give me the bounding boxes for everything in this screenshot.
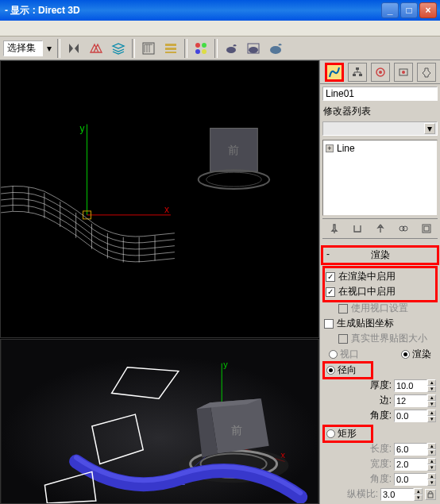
main-toolbar: 选择集 ▾ xyxy=(0,37,440,60)
render-radio[interactable] xyxy=(401,350,410,359)
svg-text:前: 前 xyxy=(231,424,242,437)
spinner-up-icon[interactable]: ▴ xyxy=(427,379,436,386)
remove-modifier-icon[interactable] xyxy=(395,220,412,237)
align-icon[interactable] xyxy=(86,38,106,59)
aspect-input[interactable] xyxy=(380,488,414,501)
enable-in-render-checkbox[interactable]: ✓ xyxy=(326,272,335,282)
dropdown-arrow-icon[interactable]: ▾ xyxy=(44,43,54,54)
collapse-icon: - xyxy=(326,248,330,260)
mirror-icon[interactable] xyxy=(64,38,84,59)
svg-point-50 xyxy=(403,226,407,231)
viewports: y x 前 xyxy=(0,60,319,504)
spinner-up-icon[interactable]: ▴ xyxy=(427,473,436,479)
svg-point-8 xyxy=(226,47,236,53)
render-frame-icon[interactable] xyxy=(243,38,264,59)
thickness-input[interactable] xyxy=(394,379,427,392)
stack-item-line[interactable]: + Line xyxy=(325,142,435,155)
minimize-button[interactable]: _ xyxy=(381,2,399,18)
radial-label: 径向 xyxy=(338,364,357,377)
real-world-map-checkbox[interactable] xyxy=(338,334,348,344)
modifier-stack[interactable]: + Line xyxy=(322,140,438,216)
svg-rect-1 xyxy=(165,44,176,46)
quick-render-icon[interactable] xyxy=(265,38,286,59)
close-button[interactable]: × xyxy=(419,2,437,18)
hierarchy-tab-icon[interactable] xyxy=(348,63,367,82)
spinner-down-icon[interactable]: ▾ xyxy=(427,464,436,471)
sides-label: 边: xyxy=(380,394,392,407)
viewport-perspective[interactable]: y x z 前 xyxy=(0,339,319,504)
enable-in-viewport-checkbox[interactable]: ✓ xyxy=(326,287,335,297)
svg-point-7 xyxy=(202,49,206,54)
svg-text:y: y xyxy=(223,360,228,369)
svg-point-20 xyxy=(206,172,262,187)
radial-radio[interactable] xyxy=(326,366,335,375)
render-rollout-header[interactable]: - 渲染 xyxy=(322,247,438,264)
pin-stack-icon[interactable] xyxy=(326,220,343,237)
utilities-tab-icon[interactable] xyxy=(417,63,436,82)
generate-mapping-label: 生成贴图坐标 xyxy=(337,317,394,330)
spinner-down-icon[interactable]: ▾ xyxy=(427,479,436,486)
schematic-view-icon[interactable] xyxy=(160,38,181,59)
render-setup-icon[interactable] xyxy=(221,38,241,59)
width-label: 宽度: xyxy=(370,457,392,471)
svg-text:y: y xyxy=(80,123,85,134)
real-world-map-label: 真实世界贴图大小 xyxy=(351,332,427,345)
spinner-up-icon[interactable]: ▴ xyxy=(427,394,436,401)
render-rollout-title: 渲染 xyxy=(371,249,390,260)
spinner-up-icon[interactable]: ▴ xyxy=(427,458,436,464)
rectangular-label: 矩形 xyxy=(338,427,357,441)
expand-icon[interactable]: + xyxy=(326,144,334,152)
show-result-icon[interactable] xyxy=(349,220,366,237)
rectangular-radio[interactable] xyxy=(326,429,335,438)
svg-point-48 xyxy=(402,71,405,74)
lock-aspect-icon[interactable] xyxy=(425,489,436,500)
material-editor-icon[interactable] xyxy=(191,38,211,59)
sides-input[interactable] xyxy=(394,394,427,407)
curve-editor-icon[interactable] xyxy=(138,38,159,59)
configure-sets-icon[interactable] xyxy=(418,220,435,237)
spinner-down-icon[interactable]: ▾ xyxy=(427,416,436,422)
spinner-up-icon[interactable]: ▴ xyxy=(427,443,436,449)
viewport-radio[interactable] xyxy=(329,350,338,359)
modify-tab-icon[interactable] xyxy=(325,63,344,82)
svg-text:前: 前 xyxy=(228,144,239,156)
menubar xyxy=(0,21,440,37)
display-tab-icon[interactable] xyxy=(394,63,413,82)
svg-rect-42 xyxy=(356,67,359,70)
svg-rect-44 xyxy=(359,74,362,76)
layers-icon[interactable] xyxy=(108,38,129,59)
svg-point-9 xyxy=(249,47,258,53)
spinner-down-icon[interactable]: ▾ xyxy=(427,449,436,456)
make-unique-icon[interactable] xyxy=(372,220,389,237)
length-input[interactable] xyxy=(394,443,427,456)
angle-input[interactable] xyxy=(394,410,427,422)
maximize-button[interactable]: □ xyxy=(400,2,418,18)
aspect-label: 纵横比: xyxy=(347,487,378,501)
rect-angle-input[interactable] xyxy=(394,473,427,486)
generate-mapping-checkbox[interactable] xyxy=(324,319,334,329)
viewport-radio-label: 视口 xyxy=(340,348,359,361)
viewport-top[interactable]: y x 前 xyxy=(0,60,319,338)
motion-tab-icon[interactable] xyxy=(371,63,390,82)
width-input[interactable] xyxy=(394,458,427,471)
modifier-list-dropdown[interactable]: ▾ xyxy=(322,121,438,136)
spinner-down-icon[interactable]: ▾ xyxy=(427,401,436,407)
svg-text:x: x xyxy=(164,204,169,215)
spinner-up-icon[interactable]: ▴ xyxy=(427,410,436,416)
svg-rect-43 xyxy=(353,74,356,76)
spinner-up-icon[interactable]: ▴ xyxy=(414,488,423,494)
svg-point-46 xyxy=(379,71,382,74)
enable-in-render-label: 在渲染中启用 xyxy=(338,270,396,283)
svg-point-5 xyxy=(202,43,206,48)
stack-item-label: Line xyxy=(337,143,355,154)
svg-rect-2 xyxy=(165,48,176,50)
spinner-down-icon[interactable]: ▾ xyxy=(427,386,436,392)
spinner-down-icon[interactable]: ▾ xyxy=(414,494,423,501)
length-label: 长度: xyxy=(370,442,392,456)
use-viewport-settings-checkbox[interactable] xyxy=(338,304,348,314)
object-name-input[interactable] xyxy=(322,87,438,101)
selection-set-dropdown[interactable]: 选择集 xyxy=(3,40,43,56)
selection-set-label: 选择集 xyxy=(7,41,36,55)
stack-tools xyxy=(322,218,438,239)
svg-rect-3 xyxy=(165,52,176,53)
